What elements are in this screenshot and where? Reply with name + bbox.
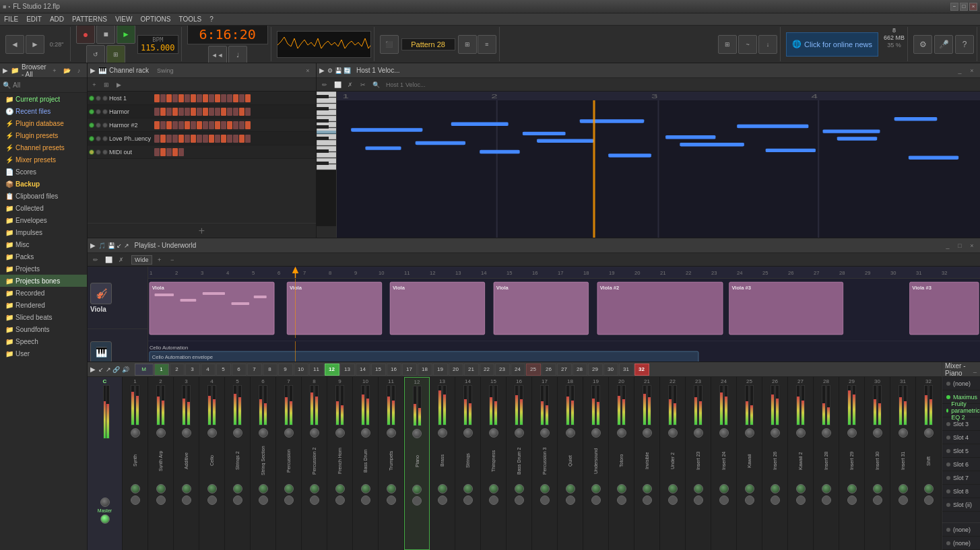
ch-pan-knob-9[interactable] xyxy=(335,428,345,438)
ch-pan-knob-3[interactable] xyxy=(182,428,191,438)
mx-ch-3[interactable]: 3 xyxy=(185,364,200,376)
mx-ch-29[interactable]: 29 xyxy=(588,364,603,376)
close-button[interactable]: × xyxy=(969,3,977,11)
mx-ch-20[interactable]: 20 xyxy=(449,364,463,376)
mic-icon[interactable]: 🎤 xyxy=(934,35,953,54)
ch-send-btn-20[interactable] xyxy=(617,495,626,505)
ch-pad[interactable] xyxy=(178,121,184,129)
ch-send-btn-6[interactable] xyxy=(259,495,268,505)
ch-vol-knob-11[interactable] xyxy=(387,484,396,493)
sidebar-item-soundfonts[interactable]: 📁 Soundfonts xyxy=(0,323,87,335)
master-volume-knob[interactable] xyxy=(100,514,110,524)
ch-pad[interactable] xyxy=(172,121,178,129)
mx-ch-31[interactable]: 31 xyxy=(619,364,634,376)
ch-pad[interactable] xyxy=(245,94,251,102)
bpm-display[interactable]: BPM 115.000 xyxy=(137,35,178,54)
ch-vol-knob-5[interactable] xyxy=(233,484,242,493)
ch-pan-knob-32[interactable] xyxy=(924,428,934,438)
ch-pad[interactable] xyxy=(209,135,214,143)
ch-send-btn-3[interactable] xyxy=(182,495,191,505)
ch-pad[interactable] xyxy=(166,108,172,116)
cr-tool1[interactable]: ⊞ xyxy=(101,79,112,90)
ch-pad[interactable] xyxy=(160,121,166,129)
ch-led-host1[interactable] xyxy=(89,96,94,101)
ch-pad[interactable] xyxy=(178,94,184,102)
ch-vol-knob-27[interactable] xyxy=(796,484,806,493)
ch-pan-knob-30[interactable] xyxy=(873,428,882,438)
ch-pad[interactable] xyxy=(203,108,208,116)
mx-ch-14[interactable]: 14 xyxy=(356,364,370,376)
ch-vol-knob-20[interactable] xyxy=(617,484,626,493)
mixer-channel-15[interactable]: 15 Thingness xyxy=(481,377,507,550)
mixer-channel-26[interactable]: 26 Insert 26 xyxy=(762,377,788,550)
ch-pan-knob-21[interactable] xyxy=(643,428,652,438)
loop-button[interactable]: ↺ xyxy=(86,45,105,64)
ch-vol-knob-22[interactable] xyxy=(668,484,678,493)
ch-send-btn-23[interactable] xyxy=(694,495,703,505)
gear-icon[interactable]: ⚙ xyxy=(913,35,932,54)
ch-pad[interactable] xyxy=(215,135,220,143)
ch-vol-knob-32[interactable] xyxy=(924,484,934,493)
pl-max-button[interactable]: □ xyxy=(954,240,965,251)
ch-led-harmor2[interactable] xyxy=(89,123,94,128)
mx-ch-26[interactable]: 26 xyxy=(542,364,556,376)
pr-tool-select[interactable]: ⬜ xyxy=(332,79,343,90)
ch-send-btn-32[interactable] xyxy=(924,495,934,505)
ch-vol-knob-12[interactable] xyxy=(412,485,422,494)
ch-led-midiout[interactable] xyxy=(89,149,94,155)
ch-vol-knob-1[interactable] xyxy=(131,484,140,493)
mixer-channel-30[interactable]: 30 Insert 30 xyxy=(865,377,890,550)
ch-pad[interactable] xyxy=(215,94,220,102)
mx-ch-11[interactable]: 11 xyxy=(309,364,324,376)
sidebar-item-projects-bones[interactable]: 📁 Projects bones xyxy=(0,275,87,287)
tool-eq[interactable]: ~ xyxy=(738,35,757,54)
mx-ch-23[interactable]: 23 xyxy=(495,364,510,376)
sidebar-item-rendered[interactable]: 📁 Rendered xyxy=(0,299,87,311)
ch-pad[interactable] xyxy=(215,108,220,116)
mixer-insert-slotii[interactable]: Slot (ii) xyxy=(942,498,980,512)
cr-close-button[interactable]: × xyxy=(302,65,313,76)
sidebar-item-projects[interactable]: 📁 Projects xyxy=(0,263,87,275)
sidebar-item-scores[interactable]: 📄 Scores xyxy=(0,166,87,178)
mixer-insert-slot7[interactable]: Slot 7 xyxy=(942,471,980,485)
ch-send-btn-2[interactable] xyxy=(156,495,166,505)
menu-add[interactable]: ADD xyxy=(48,15,65,23)
piano-grid[interactable]: 1 2 3 4 xyxy=(337,92,980,238)
ch-pad[interactable] xyxy=(227,135,232,143)
ch-mute-harmor[interactable] xyxy=(96,109,101,114)
ch-vol-knob-15[interactable] xyxy=(489,484,498,493)
ch-pad[interactable] xyxy=(160,108,166,116)
cr-expand-icon[interactable]: ▶ xyxy=(90,67,96,74)
ch-vol-knob-14[interactable] xyxy=(463,484,473,493)
ch-pan-knob-15[interactable] xyxy=(489,428,498,438)
ch-mute-host1[interactable] xyxy=(96,96,101,101)
menu-view[interactable]: VIEW xyxy=(114,15,134,23)
sidebar-item-channel-presets[interactable]: ⚡ Channel presets xyxy=(0,141,87,153)
mixer-channel-25[interactable]: 25 Kawaii xyxy=(737,377,762,550)
pr-tool-zoom[interactable]: 🔍 xyxy=(370,79,381,90)
ch-pan-knob-2[interactable] xyxy=(156,428,166,438)
ch-pan-knob-16[interactable] xyxy=(515,428,524,438)
ch-pad[interactable] xyxy=(233,121,238,129)
ch-pad[interactable] xyxy=(185,135,190,143)
mx-ch-13[interactable]: 13 xyxy=(340,364,355,376)
ch-send-btn-30[interactable] xyxy=(873,495,882,505)
ch-send-btn-22[interactable] xyxy=(668,495,678,505)
sidebar-item-impulses[interactable]: 📁 Impulses xyxy=(0,226,87,238)
pl-expand-icon[interactable]: ▶ xyxy=(90,242,96,249)
sidebar-item-backup[interactable]: 📦 Backup xyxy=(0,178,87,190)
sidebar-item-current-project[interactable]: 📁 Current project xyxy=(0,93,87,105)
ch-pan-knob-17[interactable] xyxy=(540,428,550,438)
ch-solo-harmor2[interactable] xyxy=(102,123,108,128)
ch-pan-knob-31[interactable] xyxy=(899,428,908,438)
tool-mixer[interactable]: ⊞ xyxy=(718,35,737,54)
ch-send-btn-16[interactable] xyxy=(515,495,524,505)
ch-send-btn-21[interactable] xyxy=(643,495,652,505)
sidebar-add-button[interactable]: + xyxy=(49,65,60,76)
mixer-insert-none[interactable]: (none) xyxy=(942,377,980,390)
ch-solo-harmor[interactable] xyxy=(102,109,108,114)
mixer-channel-32[interactable]: 32 Shift xyxy=(916,377,942,550)
ch-send-btn-18[interactable] xyxy=(566,495,575,505)
ch-send-btn-12[interactable] xyxy=(412,496,422,506)
mixer-channel-8[interactable]: 8 Percussion 2 xyxy=(302,377,327,550)
